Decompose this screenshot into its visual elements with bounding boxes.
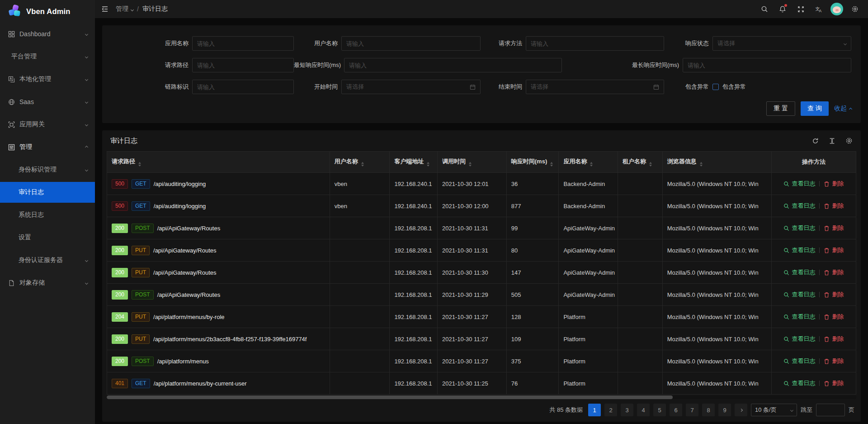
sidebar-item-saas[interactable]: Saas xyxy=(0,91,95,112)
sidebar-item-gateway[interactable]: 应用网关 xyxy=(0,114,95,135)
sidebar-item-label: 对象存储 xyxy=(19,279,45,287)
filter-input[interactable] xyxy=(344,58,562,72)
request-path: /api/ApiGateway/Routes xyxy=(157,225,220,232)
jump-page-input[interactable] xyxy=(816,404,845,416)
page-button-5[interactable]: 5 xyxy=(653,404,666,416)
delete-link[interactable]: 删除 xyxy=(824,335,844,343)
logo[interactable]: Vben Admin xyxy=(0,0,95,23)
sidebar-subitem-auth-server[interactable]: 身份认证服务器 xyxy=(0,250,95,271)
view-log-link[interactable]: 查看日志 xyxy=(783,268,815,276)
page-button-2[interactable]: 2 xyxy=(604,404,617,416)
request-path-cell: 200POST/api/platform/menus xyxy=(107,350,330,372)
column-header-label: 操作方法 xyxy=(802,158,826,165)
sidebar-item-platform[interactable]: 平台管理 xyxy=(0,46,95,67)
delete-link[interactable]: 删除 xyxy=(824,202,844,210)
notification-icon[interactable] xyxy=(775,1,790,17)
table-row: 200POST/api/platform/menus192.168.208.12… xyxy=(107,350,856,372)
delete-link[interactable]: 删除 xyxy=(824,246,844,254)
view-log-link[interactable]: 查看日志 xyxy=(783,202,815,210)
view-log-link[interactable]: 查看日志 xyxy=(783,291,815,299)
user-avatar[interactable] xyxy=(829,1,844,17)
response-time-cell: 99 xyxy=(506,217,559,239)
page-button-9[interactable]: 9 xyxy=(718,404,731,416)
filter-input[interactable] xyxy=(192,80,294,94)
filter-input[interactable] xyxy=(192,36,294,51)
collapse-link[interactable]: 收起 xyxy=(834,105,852,113)
reset-button[interactable]: 重 置 xyxy=(766,101,795,116)
sidebar-subitem-audit-log[interactable]: 审计日志 xyxy=(0,182,95,203)
table-row: 200PUT/api/platform/menus/2b3accf8-4fb8-… xyxy=(107,328,856,350)
view-log-link[interactable]: 查看日志 xyxy=(783,246,815,254)
settings-icon[interactable] xyxy=(845,137,853,144)
date-picker[interactable]: 请选择 xyxy=(341,80,481,94)
breadcrumb-parent[interactable]: 管理 xyxy=(116,5,128,13)
sidebar-subitem-system-log[interactable]: 系统日志 xyxy=(0,205,95,225)
filter-input[interactable] xyxy=(341,36,481,51)
delete-link[interactable]: 删除 xyxy=(824,379,844,387)
sidebar-item-dashboard[interactable]: Dashboard xyxy=(0,24,95,44)
search-button[interactable]: 查 询 xyxy=(801,101,829,116)
field-label-input: 应用名称 xyxy=(111,39,192,48)
include-exception-checkbox[interactable] xyxy=(712,84,719,90)
page-size-select[interactable]: 10 条/页 xyxy=(751,404,797,416)
browser-info-cell: Mozilla/5.0 (Windows NT 10.0; Win xyxy=(662,328,771,350)
column-header-1[interactable]: 用户名称 xyxy=(330,152,390,173)
filter-row: 链路标识开始时间请选择结束时间请选择包含异常包含异常 xyxy=(111,80,852,94)
column-header-0[interactable]: 请求路径 xyxy=(107,152,330,173)
delete-link[interactable]: 删除 xyxy=(824,357,844,365)
sort-carets-icon xyxy=(590,162,593,167)
delete-link[interactable]: 删除 xyxy=(824,180,844,188)
delete-link[interactable]: 删除 xyxy=(824,268,844,276)
view-log-link[interactable]: 查看日志 xyxy=(783,357,815,365)
sidebar-subitem-identity[interactable]: 身份标识管理 xyxy=(0,159,95,180)
sidebar-item-object-storage[interactable]: 对象存储 xyxy=(0,272,95,293)
sidebar-item-management[interactable]: 管理 xyxy=(0,137,95,157)
page-button-8[interactable]: 8 xyxy=(702,404,715,416)
user-name-cell xyxy=(330,239,390,262)
field-label-date: 结束时间 xyxy=(481,83,526,91)
view-log-label: 查看日志 xyxy=(792,246,815,254)
avatar xyxy=(830,3,843,15)
sidebar-item-label: 管理 xyxy=(19,143,32,151)
filter-input[interactable] xyxy=(526,36,664,51)
column-header-2[interactable]: 客户端地址 xyxy=(390,152,438,173)
table-row: 500GET/api/auditing/loggingvben192.168.2… xyxy=(107,195,856,217)
delete-link[interactable]: 删除 xyxy=(824,313,844,321)
settings-icon[interactable] xyxy=(847,1,863,17)
sidebar-subitem-settings[interactable]: 设置 xyxy=(0,227,95,248)
sort-carets-icon xyxy=(427,162,429,167)
delete-link[interactable]: 删除 xyxy=(824,291,844,299)
column-header-3[interactable]: 调用时间 xyxy=(437,152,506,173)
column-header-label: 租户名称 xyxy=(623,158,646,165)
filter-input[interactable] xyxy=(683,58,851,72)
view-log-link[interactable]: 查看日志 xyxy=(783,180,815,188)
page-button-4[interactable]: 4 xyxy=(637,404,650,416)
column-header-6[interactable]: 租户名称 xyxy=(618,152,663,173)
delete-link[interactable]: 删除 xyxy=(824,224,844,232)
date-picker[interactable]: 请选择 xyxy=(526,80,664,94)
view-log-link[interactable]: 查看日志 xyxy=(783,379,815,387)
search-icon[interactable] xyxy=(757,1,772,17)
view-log-link[interactable]: 查看日志 xyxy=(783,224,815,232)
page-button-7[interactable]: 7 xyxy=(686,404,698,416)
page-button-1[interactable]: 1 xyxy=(588,404,601,416)
column-header-4[interactable]: 响应时间(ms) xyxy=(506,152,559,173)
view-log-link[interactable]: 查看日志 xyxy=(783,335,815,343)
menu-fold-icon[interactable] xyxy=(101,5,108,13)
horizontal-scrollbar-thumb[interactable] xyxy=(107,395,673,399)
request-path-cell: 500GET/api/auditing/logging xyxy=(107,195,330,217)
translate-icon[interactable]: 文A xyxy=(811,1,826,17)
page-button-3[interactable]: 3 xyxy=(621,404,633,416)
filter-input[interactable] xyxy=(192,58,294,72)
fullscreen-icon[interactable] xyxy=(793,1,808,17)
column-header-7[interactable]: 浏览器信息 xyxy=(662,152,771,173)
refresh-icon[interactable] xyxy=(812,138,819,144)
sidebar-item-localization[interactable]: 本地化管理 xyxy=(0,69,95,90)
row-height-icon[interactable] xyxy=(829,138,835,144)
view-log-link[interactable]: 查看日志 xyxy=(783,313,815,321)
column-header-5[interactable]: 应用名称 xyxy=(559,152,618,173)
page-button-6[interactable]: 6 xyxy=(670,404,682,416)
filter-select[interactable]: 请选择 xyxy=(712,36,851,51)
next-page-button[interactable] xyxy=(735,404,747,416)
sidebar-item-label: Dashboard xyxy=(19,30,51,38)
